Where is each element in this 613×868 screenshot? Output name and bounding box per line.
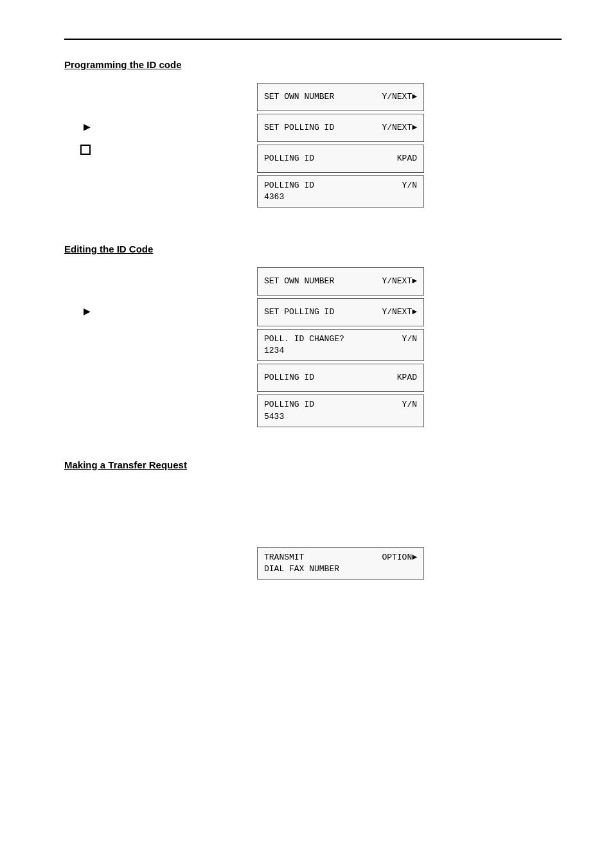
lcd-text: Y/N: [402, 333, 417, 345]
lcd-line: TRANSMIT OPTION►: [264, 552, 417, 563]
section1-content: ▶ SET OWN NUMBER Y/NEXT► SET POLLING ID …: [64, 83, 562, 211]
lcd-text: 4363: [264, 192, 284, 202]
lcd-text: POLLING ID: [264, 372, 314, 384]
lcd-text: POLLING ID: [264, 153, 314, 164]
lcd-line: POLLING ID Y/N: [264, 180, 417, 191]
lcd-text: SET POLLING ID: [264, 306, 334, 318]
lcd-text: DIAL FAX NUMBER: [264, 564, 339, 574]
section3-right: TRANSMIT OPTION► DIAL FAX NUMBER: [257, 547, 562, 580]
section1-right: SET OWN NUMBER Y/NEXT► SET POLLING ID Y/…: [257, 83, 562, 208]
lcd-line: SET OWN NUMBER Y/NEXT►: [264, 91, 417, 103]
lcd-box-2-3: POLL. ID CHANGE? Y/N 1234: [257, 329, 424, 361]
section1-arrow: ▶: [84, 121, 91, 132]
section2-right: SET OWN NUMBER Y/NEXT► SET POLLING ID Y/…: [257, 267, 562, 427]
section3-left: [64, 483, 257, 580]
lcd-box-2-2: SET POLLING ID Y/NEXT►: [257, 298, 424, 326]
lcd-line: DIAL FAX NUMBER: [264, 563, 417, 575]
lcd-box-1-1: SET OWN NUMBER Y/NEXT►: [257, 83, 424, 111]
section1-title: Programming the ID code: [64, 59, 562, 70]
lcd-line: SET OWN NUMBER Y/NEXT►: [264, 276, 417, 287]
section-programming-id: Programming the ID code ▶ SET OWN NUMBER…: [64, 59, 562, 211]
lcd-line: SET POLLING ID Y/NEXT►: [264, 122, 417, 134]
lcd-text: SET OWN NUMBER: [264, 276, 334, 287]
lcd-line: 1234: [264, 345, 417, 357]
lcd-line: SET POLLING ID Y/NEXT►: [264, 306, 417, 318]
lcd-text: POLLING ID: [264, 180, 314, 191]
lcd-box-1-4: POLLING ID Y/N 4363: [257, 175, 424, 208]
lcd-text: SET OWN NUMBER: [264, 91, 334, 103]
lcd-text: OPTION►: [382, 552, 417, 563]
section-transfer-request: Making a Transfer Request TRANSMIT OPTIO…: [64, 459, 562, 580]
lcd-box-2-5: POLLING ID Y/N 5433: [257, 394, 424, 427]
lcd-text: POLL. ID CHANGE?: [264, 333, 344, 345]
lcd-text: Y/NEXT►: [382, 276, 417, 287]
lcd-text: Y/NEXT►: [382, 91, 417, 103]
section1-left: ▶: [64, 83, 257, 211]
lcd-line: POLLING ID Y/N: [264, 399, 417, 411]
lcd-line: 5433: [264, 411, 417, 423]
lcd-text: Y/N: [402, 180, 417, 191]
lcd-text: SET POLLING ID: [264, 122, 334, 134]
section3-title: Making a Transfer Request: [64, 459, 562, 470]
section2-title: Editing the ID Code: [64, 244, 562, 254]
lcd-line: 4363: [264, 191, 417, 203]
lcd-text: Y/NEXT►: [382, 306, 417, 318]
section3-content: TRANSMIT OPTION► DIAL FAX NUMBER: [64, 483, 562, 580]
lcd-text: Y/N: [402, 399, 417, 411]
section1-checkbox: [80, 145, 91, 155]
lcd-text: 1234: [264, 346, 284, 355]
lcd-box-2-4: POLLING ID KPAD: [257, 364, 424, 392]
lcd-box-2-1: SET OWN NUMBER Y/NEXT►: [257, 267, 424, 296]
lcd-box-3-1: TRANSMIT OPTION► DIAL FAX NUMBER: [257, 547, 424, 580]
lcd-box-1-3: POLLING ID KPAD: [257, 145, 424, 173]
section-editing-id: Editing the ID Code ▶ SET OWN NUMBER Y/N…: [64, 244, 562, 427]
lcd-text: KPAD: [397, 372, 417, 384]
top-rule: [64, 39, 562, 40]
lcd-box-1-2: SET POLLING ID Y/NEXT►: [257, 114, 424, 142]
lcd-line: POLL. ID CHANGE? Y/N: [264, 333, 417, 345]
lcd-line: POLLING ID KPAD: [264, 372, 417, 384]
page-container: Programming the ID code ▶ SET OWN NUMBER…: [0, 0, 613, 868]
lcd-line: POLLING ID KPAD: [264, 153, 417, 164]
lcd-text: 5433: [264, 412, 284, 421]
section2-content: ▶ SET OWN NUMBER Y/NEXT► SET POLLING ID …: [64, 267, 562, 427]
lcd-text: POLLING ID: [264, 399, 314, 411]
lcd-text: TRANSMIT: [264, 552, 304, 563]
lcd-text: KPAD: [397, 153, 417, 164]
section2-arrow: ▶: [84, 306, 91, 316]
section2-left: ▶: [64, 267, 257, 396]
lcd-text: Y/NEXT►: [382, 122, 417, 134]
